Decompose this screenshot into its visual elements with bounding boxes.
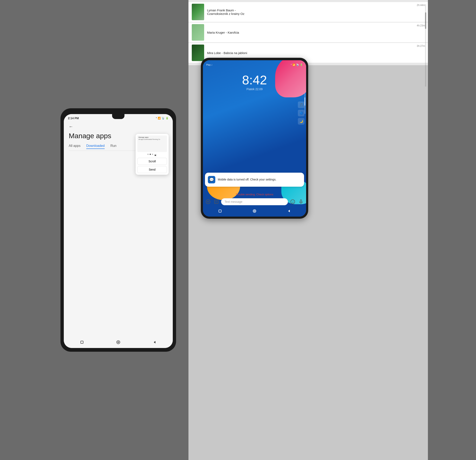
book-list: Lyman Frank Baum - Czarnoksieznik z krai… xyxy=(188,0,428,65)
night-mode-button[interactable]: 🔵 xyxy=(298,110,305,116)
right-battery-icon: 🔋 xyxy=(300,64,303,66)
right-wifi-icon: 📡 xyxy=(296,64,299,66)
status-time: 2:14 PM xyxy=(68,117,79,120)
book-cover-oz xyxy=(192,4,204,20)
play-icon: Play ♪ xyxy=(206,64,212,66)
popup-screenshot-inner: Manage apps All apps Downloaded Running … xyxy=(137,135,167,152)
svg-marker-19 xyxy=(288,210,290,212)
phone-screen: 2:14 PM * 📶 📡 🔋 ← Manage apps All apps D… xyxy=(64,114,173,348)
signal-icon: 📶 xyxy=(158,117,161,120)
popup-screenshot-tabs: All apps Downloaded Running Ca xyxy=(138,139,166,140)
nav-bar xyxy=(64,337,173,348)
right-home-button[interactable] xyxy=(252,208,257,214)
music-button[interactable]: 🎵 xyxy=(298,101,305,108)
back-button[interactable]: ← xyxy=(69,124,168,129)
tab-all-apps[interactable]: All apps xyxy=(69,144,80,149)
battery-icon: 🔋 xyxy=(166,117,169,120)
scroll-indicator xyxy=(305,93,305,114)
right-panel: Lyman Frank Baum - Czarnoksieznik z krai… xyxy=(188,0,428,460)
book-timestamp-karofcia: 4h:23m xyxy=(417,24,425,27)
svg-point-18 xyxy=(254,210,255,212)
book-info-karofcia: Maria Kruger - Karofcia xyxy=(207,31,425,34)
phone-right-date: Piatek 22.09 xyxy=(203,87,306,91)
book-title-jabloni: Mira Lobe - Babcia na jabloni xyxy=(207,51,425,55)
scroll-thumb xyxy=(305,97,305,106)
mic-button[interactable] xyxy=(298,198,305,205)
right-signal-icon: 📶 xyxy=(292,64,295,66)
scroll-button[interactable]: Scroll xyxy=(137,158,167,165)
manage-apps-content: ← Manage apps All apps Downloaded Run Ma… xyxy=(64,122,173,337)
popup-screenshot: Manage apps All apps Downloaded Running … xyxy=(137,135,167,152)
book-title-oz: Lyman Frank Baum - Czarnoksieznik z krai… xyxy=(207,8,425,16)
phone-right: Play ♪ * 📶 📡 🔋 8:42 Piatek 22.09 🎵 🔵 🌙 xyxy=(201,58,308,219)
notification-text: Mobile data is turned off. Check your se… xyxy=(218,178,276,182)
popup-dots: ▶ xyxy=(137,154,167,157)
right-panel-scrollbar[interactable] xyxy=(425,4,426,87)
book-title-karofcia: Maria Kruger - Karofcia xyxy=(207,31,425,34)
attach-button[interactable] xyxy=(213,198,220,205)
right-recents-button[interactable] xyxy=(217,208,223,214)
right-status-icons: * 📶 📡 🔋 xyxy=(291,64,303,66)
svg-point-11 xyxy=(291,200,295,204)
book-timestamp-jabloni: 3h:27m xyxy=(417,45,425,47)
back-nav-button[interactable] xyxy=(152,339,158,345)
mobile-data-notification: 💬 Mobile data is turned off. Check your … xyxy=(205,173,304,187)
bluetooth-icon: * xyxy=(156,117,157,120)
dot-1 xyxy=(147,154,149,155)
wifi-icon: 📡 xyxy=(162,117,165,120)
phone-right-status-bar: Play ♪ * 📶 📡 🔋 xyxy=(203,64,306,66)
tab-downloaded[interactable]: Downloaded xyxy=(86,144,105,149)
book-item-oz: Lyman Frank Baum - Czarnoksieznik z krai… xyxy=(188,2,428,22)
tab-running[interactable]: Run xyxy=(110,144,116,149)
book-cover-jabloni xyxy=(192,45,204,61)
svg-point-12 xyxy=(292,201,292,201)
svg-point-2 xyxy=(118,342,119,343)
dot-2 xyxy=(150,154,151,155)
book-item-karofcia: Maria Kruger - Karofcia 4h:23m xyxy=(188,23,428,42)
side-buttons: 🎵 🔵 🌙 xyxy=(298,101,305,125)
notification-icon: 💬 xyxy=(208,176,215,183)
phone-right-nav xyxy=(203,207,306,215)
svg-point-1 xyxy=(117,341,120,344)
popup-screenshot-title: Manage apps xyxy=(138,136,166,138)
right-scrollbar-thumb xyxy=(425,12,426,29)
popup-overlay: Manage apps All apps Downloaded Running … xyxy=(136,134,169,175)
right-back-button[interactable] xyxy=(286,208,292,214)
phone-right-time: 8:42 xyxy=(203,73,306,87)
svg-rect-14 xyxy=(300,200,302,202)
message-input[interactable]: Text message xyxy=(221,198,288,205)
add-attachment-button[interactable] xyxy=(204,198,212,205)
svg-rect-0 xyxy=(81,341,83,343)
dot-3 xyxy=(152,154,153,155)
book-info-jabloni: Mira Lobe - Babcia na jabloni xyxy=(207,51,425,55)
bt-icon: * xyxy=(291,64,292,66)
svg-point-17 xyxy=(253,209,256,212)
send-button[interactable]: Send xyxy=(137,166,167,173)
book-cover-karofcia xyxy=(192,24,204,41)
message-bar: Text message xyxy=(203,198,306,205)
trouble-sending-text[interactable]: Trouble sending. Check options xyxy=(203,193,306,196)
emoji-button[interactable] xyxy=(289,198,296,205)
next-arrow[interactable]: ▶ xyxy=(154,154,157,157)
svg-point-13 xyxy=(293,201,294,201)
book-timestamp-oz: 2h:44m xyxy=(417,4,425,7)
book-info-oz: Lyman Frank Baum - Czarnoksieznik z krai… xyxy=(207,8,425,16)
status-icons: * 📶 📡 🔋 xyxy=(156,117,169,120)
svg-marker-3 xyxy=(154,341,155,343)
wallpaper: Play ♪ * 📶 📡 🔋 8:42 Piatek 22.09 🎵 🔵 🌙 xyxy=(203,60,306,217)
recents-button[interactable] xyxy=(79,339,85,345)
phone-right-screen: Play ♪ * 📶 📡 🔋 8:42 Piatek 22.09 🎵 🔵 🌙 xyxy=(203,60,306,217)
phone-left: 2:14 PM * 📶 📡 🔋 ← Manage apps All apps D… xyxy=(60,108,176,352)
phone-notch xyxy=(112,114,125,119)
svg-rect-16 xyxy=(219,210,221,212)
home-button[interactable] xyxy=(115,339,121,345)
moon-button[interactable]: 🌙 xyxy=(298,118,305,125)
